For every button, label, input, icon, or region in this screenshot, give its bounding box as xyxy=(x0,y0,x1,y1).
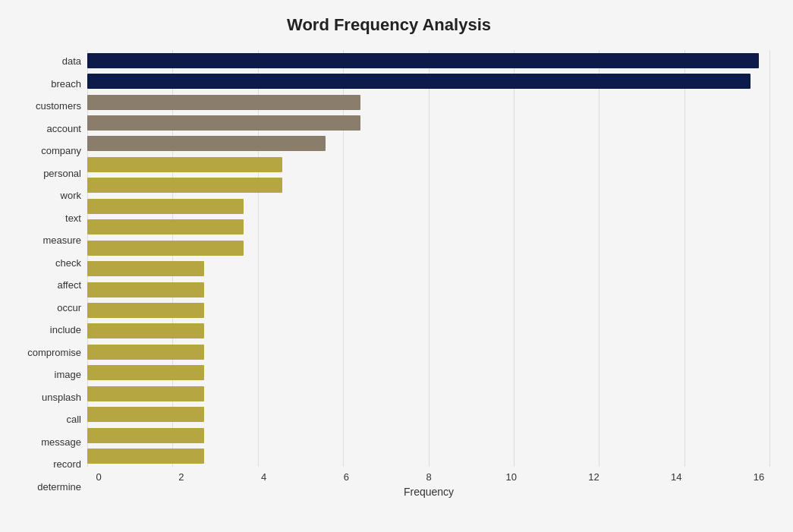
bar-row xyxy=(87,177,770,194)
y-label: occur xyxy=(8,297,81,318)
bar xyxy=(87,219,244,235)
bar xyxy=(87,178,282,193)
x-tick-label: 0 xyxy=(87,471,110,483)
bar-row xyxy=(87,156,770,173)
bar-row xyxy=(87,52,770,69)
bar xyxy=(87,428,204,443)
y-label: personal xyxy=(8,163,81,184)
x-tick-label: 2 xyxy=(170,471,193,483)
y-label: include xyxy=(8,320,81,340)
bar-row xyxy=(87,323,770,339)
bar xyxy=(87,95,360,110)
y-axis-labels: databreachcustomersaccountcompanypersona… xyxy=(8,50,87,498)
bar xyxy=(87,345,204,360)
bar xyxy=(87,323,204,338)
bar xyxy=(87,386,204,401)
y-label: call xyxy=(8,409,81,430)
y-label: company xyxy=(8,140,81,161)
y-label: text xyxy=(8,208,81,228)
bar-row xyxy=(87,448,770,464)
y-label: image xyxy=(8,364,81,385)
bar-row xyxy=(87,115,770,131)
y-label: check xyxy=(8,253,81,273)
y-label: account xyxy=(8,118,81,139)
bar xyxy=(87,303,204,318)
y-label: affect xyxy=(8,275,81,295)
bar xyxy=(87,136,326,151)
bar-row xyxy=(87,364,770,381)
bar xyxy=(87,157,282,172)
x-tick-label: 12 xyxy=(583,471,606,483)
x-tick-label: 6 xyxy=(335,471,357,483)
bar-row xyxy=(87,302,770,319)
bar-row xyxy=(87,344,770,360)
grid-and-bars xyxy=(87,50,770,467)
bar xyxy=(87,53,759,68)
bar xyxy=(87,115,360,131)
y-label: message xyxy=(8,432,81,452)
bar xyxy=(87,74,751,89)
y-label: determine xyxy=(8,477,81,497)
bar-row xyxy=(87,240,770,257)
bar xyxy=(87,282,204,297)
y-label: work xyxy=(8,185,81,206)
bar xyxy=(87,365,204,380)
plot-area: 0246810121416 Frequency xyxy=(87,50,770,498)
bar-row xyxy=(87,427,770,444)
bar xyxy=(87,449,204,464)
x-axis-labels: 0246810121416 xyxy=(87,467,770,483)
y-label: breach xyxy=(8,74,81,94)
bar xyxy=(87,261,204,276)
x-tick-label: 8 xyxy=(417,471,440,483)
y-label: data xyxy=(8,51,81,71)
y-label: customers xyxy=(8,96,81,116)
bar-row xyxy=(87,260,770,277)
chart-area: databreachcustomersaccountcompanypersona… xyxy=(8,50,770,498)
chart-title: Word Frequency Analysis xyxy=(8,15,770,35)
y-label: compromise xyxy=(8,342,81,363)
bar-row xyxy=(87,386,770,402)
bar-row xyxy=(87,94,770,111)
x-tick-label: 4 xyxy=(253,471,275,483)
x-tick-label: 14 xyxy=(665,471,688,483)
x-tick-label: 16 xyxy=(747,471,770,483)
bar-row xyxy=(87,73,770,90)
bar-row xyxy=(87,282,770,298)
bar xyxy=(87,407,204,422)
bar xyxy=(87,241,244,256)
x-tick-label: 10 xyxy=(500,471,523,483)
y-label: measure xyxy=(8,230,81,250)
bar-row xyxy=(87,135,770,152)
bar xyxy=(87,199,244,214)
bar-row xyxy=(87,198,770,215)
chart-container: Word Frequency Analysis databreachcustom… xyxy=(0,0,793,532)
y-label: unsplash xyxy=(8,387,81,408)
bar-row xyxy=(87,406,770,423)
bars-wrapper xyxy=(87,50,770,467)
y-label: record xyxy=(8,454,81,474)
bar-row xyxy=(87,219,770,235)
x-axis-title: Frequency xyxy=(87,486,770,498)
